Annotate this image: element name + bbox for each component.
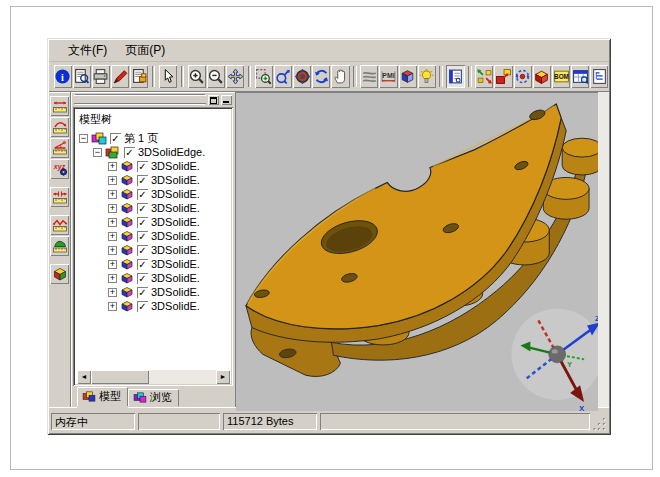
solid-box-icon xyxy=(533,68,550,85)
measure-span-icon xyxy=(52,189,68,205)
resize-grip[interactable] xyxy=(593,416,607,432)
client-area: xyz 模型树 − ✓ xyxy=(49,92,609,407)
expand-expander[interactable]: + xyxy=(108,288,117,297)
gripper-handle[interactable] xyxy=(74,95,206,104)
tree-row-page[interactable]: − ✓ 第 1 页 xyxy=(77,131,230,145)
light-button[interactable] xyxy=(418,65,436,88)
tree-row-part[interactable]: +✓3DSolidE. xyxy=(77,173,230,187)
expand-expander[interactable]: + xyxy=(108,162,117,171)
annotate-button[interactable] xyxy=(111,65,129,88)
tree-horizontal-scrollbar[interactable]: ◄ ► xyxy=(77,370,230,384)
select-button[interactable] xyxy=(159,65,177,88)
tree-row-part[interactable]: +✓3DSolidE. xyxy=(77,215,230,229)
viewport-vertical-scrollbar[interactable] xyxy=(597,92,609,407)
zoom-out-button[interactable] xyxy=(207,65,225,88)
print-button[interactable] xyxy=(92,65,110,88)
visibility-checkbox[interactable]: ✓ xyxy=(137,217,148,228)
visibility-checkbox[interactable]: ✓ xyxy=(124,147,135,158)
visibility-checkbox[interactable]: ✓ xyxy=(137,273,148,284)
view-cube-button[interactable] xyxy=(399,65,417,88)
visibility-checkbox[interactable]: ✓ xyxy=(137,189,148,200)
visibility-checkbox[interactable]: ✓ xyxy=(137,231,148,242)
tree-label: 3DSolidE. xyxy=(151,174,200,186)
measure-coordinate-button[interactable]: xyz xyxy=(50,159,69,179)
toolbar-separator xyxy=(181,66,185,87)
explode-icon xyxy=(476,68,493,85)
panel-gripper[interactable] xyxy=(73,93,233,106)
visibility-checkbox[interactable]: ✓ xyxy=(137,245,148,256)
print-preview-button[interactable] xyxy=(73,65,91,88)
visibility-checkbox[interactable]: ✓ xyxy=(137,301,148,312)
tree-row-part[interactable]: +✓3DSolidE. xyxy=(77,159,230,173)
tree-label: 第 1 页 xyxy=(124,131,158,146)
viewport-3d[interactable]: Z X Y xyxy=(235,92,597,407)
visibility-checkbox[interactable]: ✓ xyxy=(137,161,148,172)
visibility-checkbox[interactable]: ✓ xyxy=(137,287,148,298)
hand-pan-button[interactable] xyxy=(331,65,349,88)
measure-curve-button[interactable] xyxy=(50,117,69,137)
expand-expander[interactable]: + xyxy=(108,204,117,213)
layers-button[interactable] xyxy=(360,65,378,88)
scroll-left-button[interactable]: ◄ xyxy=(77,370,91,384)
tree-row-part[interactable]: +✓3DSolidE. xyxy=(77,243,230,257)
tree-row-assembly[interactable]: − ✓ 3DSolidEdge. xyxy=(77,145,230,159)
report-button[interactable] xyxy=(571,65,589,88)
expand-expander[interactable]: + xyxy=(108,274,117,283)
tree-row-part[interactable]: +✓3DSolidE. xyxy=(77,271,230,285)
scroll-right-button[interactable]: ► xyxy=(216,370,230,384)
expand-expander[interactable]: + xyxy=(108,246,117,255)
scrollbar-track[interactable] xyxy=(91,370,216,384)
panel-restore-button[interactable] xyxy=(208,95,219,105)
solid-display-button[interactable] xyxy=(533,65,551,88)
menu-file[interactable]: 文件(F) xyxy=(59,40,116,61)
pmi-button[interactable]: PMI xyxy=(379,65,397,88)
visibility-checkbox[interactable]: ✓ xyxy=(110,133,121,144)
scrollbar-thumb[interactable] xyxy=(91,370,149,384)
measure-area-button[interactable] xyxy=(50,236,69,256)
rotate-part-button[interactable] xyxy=(514,65,532,88)
export-button[interactable] xyxy=(130,65,148,88)
notebook-button[interactable] xyxy=(446,65,464,88)
visibility-checkbox[interactable]: ✓ xyxy=(137,175,148,186)
tree-row-part[interactable]: +✓3DSolidE. xyxy=(77,201,230,215)
expand-expander[interactable]: + xyxy=(108,190,117,199)
visibility-checkbox[interactable]: ✓ xyxy=(137,259,148,270)
panel-minimize-button[interactable] xyxy=(221,95,232,105)
expand-expander[interactable]: + xyxy=(108,232,117,241)
move-part-button[interactable] xyxy=(494,65,512,88)
expand-expander[interactable]: + xyxy=(108,176,117,185)
pan-button[interactable] xyxy=(226,65,244,88)
tab-browse[interactable]: 浏览 xyxy=(128,389,179,406)
bom-button[interactable]: BOM xyxy=(552,65,570,88)
menu-page[interactable]: 页面(P) xyxy=(116,40,174,61)
part-cube-icon xyxy=(120,216,134,228)
expand-expander[interactable]: + xyxy=(108,302,117,311)
refresh-view-button[interactable] xyxy=(312,65,330,88)
zoom-in-button[interactable] xyxy=(188,65,206,88)
structure-tree-button[interactable] xyxy=(590,65,608,88)
collapse-expander[interactable]: − xyxy=(93,148,102,157)
zoom-window-button[interactable] xyxy=(255,65,273,88)
tree-row-part[interactable]: +✓3DSolidE. xyxy=(77,299,230,313)
tree-row-part[interactable]: +✓3DSolidE. xyxy=(77,285,230,299)
measure-span-button[interactable] xyxy=(50,187,69,207)
restore-icon xyxy=(210,97,217,104)
tree-row-part[interactable]: +✓3DSolidE. xyxy=(77,187,230,201)
bom-icon: BOM xyxy=(553,68,570,85)
explode-button[interactable] xyxy=(475,65,493,88)
tab-model[interactable]: 模型 xyxy=(77,387,128,406)
measure-polyline-button[interactable] xyxy=(50,215,69,235)
measure-volume-button[interactable] xyxy=(50,264,69,284)
zoom-dynamic-button[interactable] xyxy=(274,65,292,88)
tree-row-part[interactable]: +✓3DSolidE. xyxy=(77,229,230,243)
collapse-expander[interactable]: − xyxy=(79,134,88,143)
info-button[interactable]: i xyxy=(54,65,72,88)
rotate-view-button[interactable] xyxy=(293,65,311,88)
tree-row-part[interactable]: +✓3DSolidE. xyxy=(77,257,230,271)
expand-expander[interactable]: + xyxy=(108,218,117,227)
measure-distance-button[interactable] xyxy=(50,96,69,116)
expand-expander[interactable]: + xyxy=(108,260,117,269)
visibility-checkbox[interactable]: ✓ xyxy=(137,203,148,214)
measure-angle-button[interactable] xyxy=(50,138,69,158)
layers-icon xyxy=(361,68,378,85)
